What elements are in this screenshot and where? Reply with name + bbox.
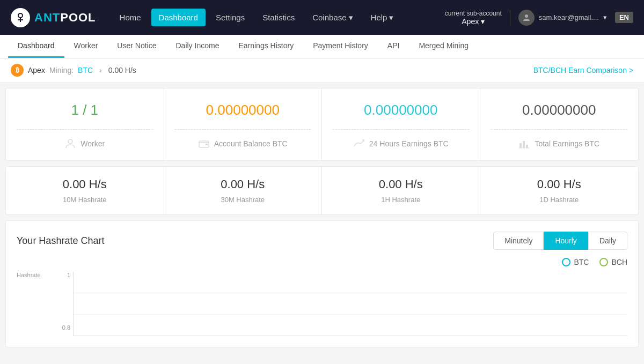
- hashrate-1d-value: 0.00 H/s: [491, 177, 628, 191]
- total-earnings-label: Total Earnings BTC: [491, 138, 628, 150]
- subnav-user-notice[interactable]: User Notice: [107, 35, 166, 58]
- subnav-daily-income[interactable]: Daily Income: [166, 35, 229, 58]
- chart-btn-daily[interactable]: Daily: [588, 232, 627, 250]
- logo-icon: [11, 8, 30, 27]
- btc-bch-comparison-link[interactable]: BTC/BCH Earn Comparison >: [533, 66, 633, 75]
- svg-rect-9: [526, 145, 528, 148]
- chart-time-controls: Minutely Hourly Daily: [493, 232, 627, 250]
- nav-help[interactable]: Help ▾: [363, 9, 401, 27]
- sub-navigation: Dashboard Worker User Notice Daily Incom…: [0, 35, 644, 58]
- svg-point-0: [18, 13, 23, 18]
- svg-point-4: [68, 139, 72, 144]
- top-navigation: ANTPOOL Home Dashboard Settings Statisti…: [0, 0, 644, 35]
- hashrate-1h-card: 0.00 H/s 1H Hashrate: [322, 167, 480, 214]
- y-label-1: 1: [67, 272, 70, 278]
- hours-earnings-label: 24 Hours Earnings BTC: [333, 138, 469, 150]
- hashrate-30m-card: 0.00 H/s 30M Hashrate: [164, 167, 323, 214]
- chart-header: Your Hashrate Chart Minutely Hourly Dail…: [17, 232, 627, 250]
- sub-account-name[interactable]: Apex ▾: [445, 17, 502, 26]
- earnings-chart-icon: [353, 138, 365, 150]
- subnav-merged-mining[interactable]: Merged Mining: [409, 35, 478, 58]
- worker-stat-card: 1 / 1 Worker: [6, 88, 164, 160]
- hashrate-10m-value: 0.00 H/s: [17, 177, 153, 191]
- chart-container: Hashrate 1 0.8: [52, 272, 627, 336]
- worker-icon: [64, 138, 76, 150]
- account-name: Apex: [28, 66, 45, 75]
- user-avatar: [518, 10, 535, 26]
- bch-legend-label: BCH: [611, 258, 627, 266]
- chart-btn-hourly[interactable]: Hourly: [544, 232, 588, 250]
- breadcrumb: ₿ Apex Mining: BTC › 0.00 H/s: [11, 64, 136, 77]
- logo[interactable]: ANTPOOL: [11, 8, 96, 27]
- coinbase-arrow-icon: ▾: [349, 13, 353, 23]
- account-balance-value: 0.00000000: [175, 102, 311, 118]
- mining-label: Mining:: [49, 66, 74, 75]
- breadcrumb-chevron-icon: ›: [99, 66, 102, 75]
- hours-earnings-value: 0.00000000: [333, 102, 469, 118]
- sub-account-arrow-icon: ▾: [481, 17, 485, 26]
- y-label-08: 0.8: [62, 324, 70, 331]
- user-email: sam.kear@gmail....: [539, 13, 599, 21]
- hashrate-1d-card: 0.00 H/s 1D Hashrate: [480, 167, 639, 214]
- chart-btn-minutely[interactable]: Minutely: [493, 232, 544, 250]
- subnav-earnings-history[interactable]: Earnings History: [229, 35, 303, 58]
- hours-earnings-stat-card: 0.00000000 24 Hours Earnings BTC: [322, 88, 480, 160]
- svg-rect-7: [519, 143, 522, 148]
- svg-rect-8: [523, 141, 525, 148]
- svg-rect-6: [206, 144, 208, 145]
- nav-right-section: current sub-account Apex ▾ sam.kear@gmai…: [445, 10, 633, 26]
- wallet-icon: [198, 138, 210, 150]
- y-axis-title: Hashrate: [17, 272, 41, 278]
- subnav-dashboard[interactable]: Dashboard: [8, 35, 64, 58]
- legend-bch: BCH: [599, 258, 627, 266]
- svg-point-3: [525, 14, 528, 18]
- sub-account-info: current sub-account Apex ▾: [445, 10, 510, 26]
- account-balance-label: Account Balance BTC: [175, 138, 311, 150]
- hashrate-1h-period: 1H Hashrate: [333, 196, 469, 204]
- nav-home[interactable]: Home: [112, 9, 149, 26]
- hashrate-30m-period: 30M Hashrate: [175, 196, 311, 204]
- bar-chart-icon: [518, 138, 530, 150]
- mining-coin[interactable]: BTC: [78, 66, 93, 75]
- main-nav-links: Home Dashboard Settings Statistics Coinb…: [112, 9, 440, 27]
- hashrate-10m-period: 10M Hashrate: [17, 196, 153, 204]
- subnav-payment-history[interactable]: Payment History: [303, 35, 378, 58]
- subnav-worker[interactable]: Worker: [64, 35, 108, 58]
- chart-plot-area: [73, 272, 627, 336]
- nav-settings[interactable]: Settings: [208, 9, 252, 26]
- legend-btc: BTC: [562, 258, 589, 266]
- chart-wrapper: Hashrate 1 0.8: [17, 272, 627, 336]
- hashrate-1d-period: 1D Hashrate: [491, 196, 628, 204]
- chart-inner: 1 0.8: [52, 272, 627, 336]
- hashrate-cards-grid: 0.00 H/s 10M Hashrate 0.00 H/s 30M Hashr…: [5, 166, 639, 215]
- hashrate-10m-card: 0.00 H/s 10M Hashrate: [6, 167, 164, 214]
- y-axis-labels: 1 0.8: [52, 272, 73, 336]
- hashrate-1h-value: 0.00 H/s: [333, 177, 469, 191]
- nav-dashboard[interactable]: Dashboard: [151, 9, 206, 26]
- total-earnings-stat-card: 0.00000000 Total Earnings BTC: [480, 88, 639, 160]
- sub-account-label: current sub-account: [445, 10, 502, 17]
- help-arrow-icon: ▾: [389, 13, 393, 23]
- language-selector[interactable]: EN: [615, 12, 633, 23]
- btc-legend-dot: [562, 258, 570, 266]
- btc-logo-icon: ₿: [11, 64, 24, 77]
- worker-stat-value: 1 / 1: [17, 102, 153, 118]
- chart-legend: BTC BCH: [17, 258, 627, 266]
- user-info[interactable]: sam.kear@gmail.... ▾: [518, 10, 607, 26]
- user-dropdown-icon: ▾: [603, 13, 607, 21]
- hashrate-chart-section: Your Hashrate Chart Minutely Hourly Dail…: [5, 220, 639, 347]
- hashrate-30m-value: 0.00 H/s: [175, 177, 311, 191]
- chart-title: Your Hashrate Chart: [17, 235, 104, 247]
- total-earnings-value: 0.00000000: [491, 102, 628, 118]
- worker-stat-label: Worker: [17, 138, 153, 150]
- account-balance-stat-card: 0.00000000 Account Balance BTC: [164, 88, 323, 160]
- nav-statistics[interactable]: Statistics: [255, 9, 302, 26]
- current-hashrate: 0.00 H/s: [108, 66, 136, 75]
- bch-legend-dot: [599, 258, 608, 266]
- breadcrumb-bar: ₿ Apex Mining: BTC › 0.00 H/s BTC/BCH Ea…: [0, 58, 644, 83]
- subnav-api[interactable]: API: [378, 35, 409, 58]
- nav-coinbase[interactable]: Coinbase ▾: [305, 9, 360, 27]
- btc-legend-label: BTC: [574, 258, 589, 266]
- logo-text: ANTPOOL: [34, 11, 96, 25]
- stats-cards-grid: 1 / 1 Worker 0.00000000 Accoun: [5, 88, 639, 161]
